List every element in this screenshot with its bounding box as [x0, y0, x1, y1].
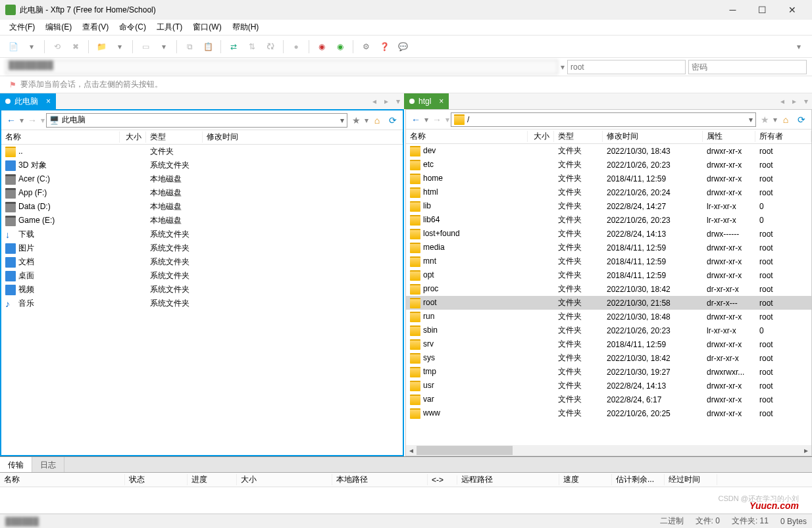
transfer-col[interactable]: 经过时间: [665, 474, 717, 485]
path-dropdown-icon[interactable]: ▾: [749, 115, 753, 124]
list-item[interactable]: html 文件夹 2022/10/26, 20:24 drwxr-xr-x ro…: [406, 185, 811, 199]
view-button[interactable]: ▭: [138, 39, 153, 55]
list-item[interactable]: var 文件夹 2022/8/24, 6:17 drwxr-xr-x root: [406, 393, 811, 406]
host-dropdown-icon[interactable]: ▾: [561, 62, 565, 72]
col-owner[interactable]: 所有者: [755, 131, 811, 142]
forward-dropdown-icon[interactable]: ▾: [41, 116, 45, 125]
tab-list-icon[interactable]: ▾: [800, 97, 812, 106]
refresh-all-button[interactable]: 🗘: [263, 39, 278, 55]
home-button[interactable]: ⌂: [370, 113, 384, 128]
menu-tools[interactable]: 工具(T): [157, 22, 182, 33]
close-tab-icon[interactable]: ×: [46, 97, 51, 106]
tab-transfer[interactable]: 传输: [0, 457, 32, 472]
password-input[interactable]: [688, 60, 807, 74]
forward-button[interactable]: →: [430, 112, 444, 127]
tab-remote-htgl[interactable]: htgl ×: [404, 93, 449, 109]
menu-window[interactable]: 窗口(W): [193, 22, 221, 33]
menu-view[interactable]: 查看(V): [82, 22, 109, 33]
menu-edit[interactable]: 编辑(E): [45, 22, 72, 33]
col-modified[interactable]: 修改时间: [603, 131, 703, 142]
list-item[interactable]: Acer (C:) 本地磁盘: [1, 172, 403, 186]
col-name[interactable]: 名称: [406, 131, 528, 142]
tab-local-thispc[interactable]: 此电脑 ×: [0, 93, 56, 109]
menu-file[interactable]: 文件(F): [9, 22, 35, 33]
refresh-button[interactable]: ⟳: [794, 112, 809, 127]
list-item[interactable]: run 文件夹 2022/10/30, 18:48 drwxr-xr-x roo…: [406, 310, 811, 324]
minimize-button[interactable]: ─: [718, 0, 748, 20]
col-type[interactable]: 类型: [554, 131, 603, 142]
transfer-col[interactable]: 大小: [237, 474, 332, 485]
col-type[interactable]: 类型: [146, 132, 203, 143]
transfer-col[interactable]: 状态: [125, 474, 188, 485]
new-session-button[interactable]: 📄: [5, 39, 21, 55]
list-item[interactable]: lib 文件夹 2022/8/24, 14:27 lr-xr-xr-x 0: [406, 199, 811, 213]
col-size[interactable]: 大小: [120, 132, 146, 143]
list-item[interactable]: 图片 系统文件夹: [1, 241, 403, 255]
xshell-button[interactable]: ◉: [314, 39, 330, 55]
folder-dropdown-button[interactable]: ▾: [112, 39, 128, 55]
stop-button[interactable]: ●: [288, 39, 304, 55]
list-item[interactable]: 视频 系统文件夹: [1, 283, 403, 297]
chat-button[interactable]: 💬: [395, 39, 411, 55]
back-dropdown-icon[interactable]: ▾: [20, 116, 24, 125]
host-input[interactable]: ████████: [5, 60, 558, 74]
reconnect-button[interactable]: ⟲: [49, 39, 65, 55]
disconnect-button[interactable]: ✖: [68, 39, 84, 55]
list-item[interactable]: root 文件夹 2022/10/30, 21:58 dr-xr-x--- ro…: [406, 296, 811, 310]
list-item[interactable]: mnt 文件夹 2018/4/11, 12:59 drwxr-xr-x root: [406, 254, 811, 268]
list-item[interactable]: www 文件夹 2022/10/26, 20:25 drwxr-xr-x roo…: [406, 406, 811, 420]
list-item[interactable]: 文档 系统文件夹: [1, 255, 403, 269]
tab-prev-icon[interactable]: ◂: [368, 97, 380, 106]
copy-button[interactable]: ⧉: [182, 39, 197, 55]
new-dropdown-button[interactable]: ▾: [24, 39, 39, 55]
bookmark-dropdown-icon[interactable]: ▾: [773, 115, 777, 124]
local-filelist[interactable]: 名称 大小 类型 修改时间 .. 文件夹 3D 对象 系统文件夹 Acer (C…: [1, 130, 403, 455]
list-item[interactable]: tmp 文件夹 2022/10/30, 19:27 drwxrwxr... ro…: [406, 365, 811, 379]
settings-button[interactable]: ⚙: [358, 39, 374, 55]
col-attr[interactable]: 属性: [703, 131, 755, 142]
list-item[interactable]: home 文件夹 2018/4/11, 12:59 drwxr-xr-x roo…: [406, 172, 811, 185]
list-item[interactable]: etc 文件夹 2022/10/26, 20:23 drwxr-xr-x roo…: [406, 158, 811, 172]
tab-log[interactable]: 日志: [32, 457, 64, 472]
tab-list-icon[interactable]: ▾: [392, 97, 404, 106]
list-item[interactable]: sbin 文件夹 2022/10/26, 20:23 lr-xr-xr-x 0: [406, 324, 811, 337]
list-item[interactable]: Data (D:) 本地磁盘: [1, 200, 403, 214]
forward-button[interactable]: →: [25, 113, 39, 128]
toolbar-overflow-button[interactable]: ▾: [791, 39, 807, 55]
home-button[interactable]: ⌂: [778, 112, 793, 127]
forward-dropdown-icon[interactable]: ▾: [445, 115, 449, 124]
path-dropdown-icon[interactable]: ▾: [340, 116, 344, 125]
col-name[interactable]: 名称: [1, 132, 120, 143]
back-button[interactable]: ←: [409, 112, 423, 127]
list-item[interactable]: srv 文件夹 2018/4/11, 12:59 drwxr-xr-x root: [406, 337, 811, 351]
menu-help[interactable]: 帮助(H): [232, 22, 259, 33]
help-button[interactable]: ❓: [376, 39, 392, 55]
list-item[interactable]: .. 文件夹: [1, 145, 403, 158]
remote-path-input[interactable]: / ▾: [451, 112, 756, 127]
list-item[interactable]: proc 文件夹 2022/10/30, 18:42 dr-xr-xr-x ro…: [406, 282, 811, 296]
username-input[interactable]: [567, 60, 686, 74]
transfer-col[interactable]: 进度: [188, 474, 237, 485]
list-item[interactable]: 桌面 系统文件夹: [1, 269, 403, 283]
col-size[interactable]: 大小: [528, 131, 554, 142]
refresh-button[interactable]: ⟳: [386, 113, 400, 128]
sync-button[interactable]: ⇅: [244, 39, 260, 55]
bookmark-dropdown-icon[interactable]: ▾: [365, 116, 368, 125]
transfer-col[interactable]: 远程路径: [457, 474, 559, 485]
transfer-col[interactable]: 速度: [559, 474, 612, 485]
scroll-thumb[interactable]: [417, 446, 513, 455]
close-tab-icon[interactable]: ×: [439, 97, 444, 106]
menu-command[interactable]: 命令(C): [119, 22, 146, 33]
remote-filelist[interactable]: 名称 大小 类型 修改时间 属性 所有者 dev 文件夹 2022/10/30,…: [406, 130, 811, 445]
list-item[interactable]: ♪音乐 系统文件夹: [1, 297, 403, 310]
transfer-col[interactable]: <->: [428, 475, 457, 485]
back-button[interactable]: ←: [4, 113, 18, 128]
bookmark-button[interactable]: ★: [349, 113, 363, 128]
list-item[interactable]: dev 文件夹 2022/10/30, 18:43 drwxr-xr-x roo…: [406, 144, 811, 158]
remote-hscrollbar[interactable]: ◂ ▸: [406, 445, 811, 456]
list-item[interactable]: ↓下载 系统文件夹: [1, 228, 403, 241]
tab-prev-icon[interactable]: ◂: [776, 97, 788, 106]
scroll-left-icon[interactable]: ◂: [406, 446, 417, 455]
scroll-right-icon[interactable]: ▸: [801, 446, 811, 455]
new-folder-button[interactable]: 📁: [93, 39, 109, 55]
